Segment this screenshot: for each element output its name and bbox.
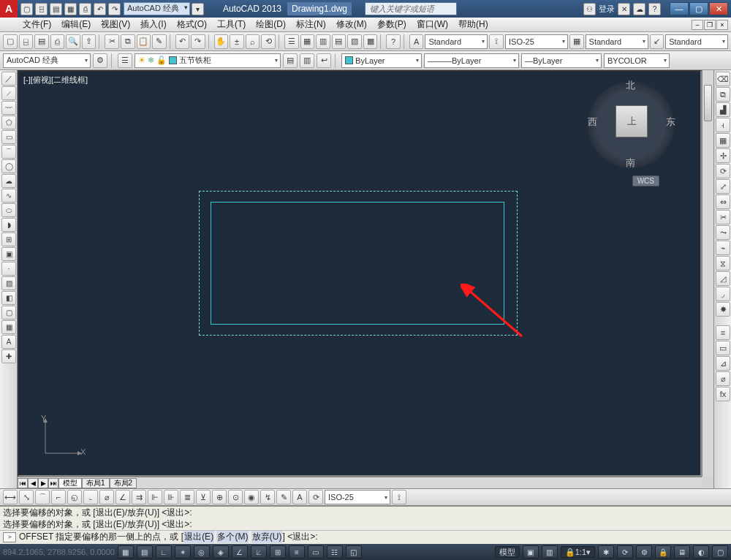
ws-switch-icon[interactable]: ⚙ [636,545,652,559]
menu-tools[interactable]: 工具(T) [212,18,251,31]
command-window[interactable]: 选择要偏移的对象，或 [退出(E)/放弃(U)] <退出>: 选择要偏移的对象，… [0,506,731,544]
menu-dimension[interactable]: 标注(N) [291,18,331,31]
cut-icon[interactable]: ✂ [105,34,119,49]
tab-layout1[interactable]: 布局1 [82,478,110,488]
calc-icon[interactable]: ▩ [363,34,378,49]
dimang-icon[interactable]: ∠ [115,490,130,504]
dimbase-icon[interactable]: ⊩ [148,490,162,504]
save2-icon[interactable]: ▤ [34,34,49,49]
menu-window[interactable]: 窗口(W) [412,18,453,31]
line-icon[interactable]: ／ [1,72,16,86]
viewport-label[interactable]: [-][俯视][二维线框] [23,75,88,86]
wcs-badge[interactable]: WCS [632,175,659,186]
qv-drawings-icon[interactable]: ▥ [542,545,558,559]
signin-label[interactable]: 登录 [599,4,615,15]
isolate-icon[interactable]: ◐ [693,545,709,559]
hardware-icon[interactable]: 🖥 [674,545,690,559]
stayconnected-icon[interactable]: ☁ [633,3,645,15]
help-icon[interactable]: ? [648,3,661,15]
dimcont-icon[interactable]: ⊪ [164,490,178,504]
offset-icon[interactable]: ⫞ [716,118,730,132]
copy-icon[interactable]: ⧉ [121,34,135,49]
plotstyle-combo[interactable]: BYCOLOR [604,53,670,68]
menu-view[interactable]: 视图(V) [96,18,135,31]
redo2-icon[interactable]: ↷ [191,34,205,49]
constraint-icon[interactable]: ▭ [716,341,730,355]
join-icon[interactable]: ⧖ [716,256,730,270]
preview-icon[interactable]: 🔍 [66,34,80,49]
rotate-icon[interactable]: ⟳ [716,164,730,178]
hatch-icon[interactable]: ▨ [1,276,16,290]
table-icon[interactable]: ▦ [1,320,16,334]
dist-icon[interactable]: ≡ [716,325,730,340]
del-con-icon[interactable]: ⌀ [716,371,730,386]
mdi-restore-icon[interactable]: ❐ [704,20,716,30]
toolpal-icon[interactable]: ▥ [316,34,330,49]
region-icon[interactable]: ▢ [1,306,16,319]
break-icon[interactable]: ⌁ [716,241,730,255]
snap-toggle[interactable]: ▦ [118,545,134,559]
chamfer-icon[interactable]: ◿ [716,271,730,286]
redo-icon[interactable]: ↷ [108,3,121,15]
menu-format[interactable]: 格式(O) [172,18,212,31]
plot2-icon[interactable]: ⎙ [50,34,65,49]
maximize-button[interactable]: ▢ [689,2,708,15]
drawing-canvas[interactable]: [-][俯视][二维线框] Y X 北 南 西 东 上 WCS [18,70,702,477]
ws-settings-icon[interactable]: ⚙ [93,53,107,68]
help2-icon[interactable]: ? [386,34,401,49]
open-icon[interactable]: ⌸ [35,3,48,15]
dimaligned-icon[interactable]: ⤡ [19,490,34,504]
dimrad-icon[interactable]: ◵ [67,490,82,504]
joglin-icon[interactable]: ↯ [260,490,275,504]
dimdia-icon[interactable]: ⌀ [99,490,114,504]
command-icon[interactable]: ＞ [3,532,16,542]
point-icon[interactable]: · [1,262,16,276]
mdi-close-icon[interactable]: × [716,20,728,30]
dimc-icon[interactable]: ⊿ [716,356,730,371]
addsel-icon[interactable]: ✚ [1,349,16,363]
new-icon[interactable]: ▢ [20,3,33,15]
close-button[interactable]: ✕ [709,2,728,15]
circle-icon[interactable]: ◯ [1,159,16,173]
dimjog-icon[interactable]: ⦦ [83,490,98,504]
polygon-icon[interactable]: ⬠ [1,116,16,129]
qat-more-icon[interactable]: ▾ [192,3,204,15]
tab-prev-icon[interactable]: ◀ [28,478,38,488]
layerprop-icon[interactable]: ☰ [118,53,132,68]
stretch-icon[interactable]: ⇔ [716,194,730,209]
command-line[interactable]: ＞ OFFSET 指定要偏移的那一侧上的点，或 [ 退出(E) 多个(M) 放弃… [0,530,731,543]
sheetset-icon[interactable]: ▤ [332,34,346,49]
anno-auto-icon[interactable]: ⟳ [617,545,633,559]
polar-toggle[interactable]: ✶ [175,545,191,559]
center-icon[interactable]: ⊙ [228,490,243,504]
textstyle-combo[interactable]: Standard [425,34,488,49]
textstyle-icon[interactable]: A [409,34,424,49]
signin-icon[interactable]: ⚇ [583,3,596,15]
dimlinear-icon[interactable]: ⟷ [3,490,18,504]
workspace-selector[interactable]: AutoCAD 经典 [124,2,190,15]
pan-icon[interactable]: ✋ [214,34,229,49]
space-toggle[interactable]: 模型 [495,546,520,558]
anno-vis-icon[interactable]: ✱ [598,545,614,559]
block-icon[interactable]: ▣ [1,247,16,261]
ellipse-icon[interactable]: ⬭ [1,203,16,217]
color-combo[interactable]: ByLayer [341,53,422,68]
anno-scale[interactable]: 🔒 1:1 ▾ [561,546,595,558]
scale-icon[interactable]: ⤢ [716,179,730,194]
menu-draw[interactable]: 绘图(D) [251,18,291,31]
mdi-minimize-icon[interactable]: – [692,20,703,30]
xline-icon[interactable]: ⟋ [1,86,16,100]
zoom-prev-icon[interactable]: ⟲ [261,34,276,49]
dimstyle2-combo[interactable]: ISO-25 [325,490,390,504]
markup-icon[interactable]: ▧ [347,34,362,49]
dcenter-icon[interactable]: ▦ [300,34,315,49]
tol-icon[interactable]: ⊕ [212,490,227,504]
match-icon[interactable]: ✎ [152,34,167,49]
save-icon[interactable]: ▤ [50,3,62,15]
viewcube[interactable]: 北 南 西 东 上 [583,77,678,173]
dimstyle2-icon[interactable]: ⟟ [392,490,406,504]
qp-toggle[interactable]: ☷ [327,545,343,559]
help-search-input[interactable]: 键入关键字或短语 [365,2,457,15]
zoom-win-icon[interactable]: ⌕ [246,34,260,49]
dimstyle-combo[interactable]: ISO-25 [505,34,568,49]
